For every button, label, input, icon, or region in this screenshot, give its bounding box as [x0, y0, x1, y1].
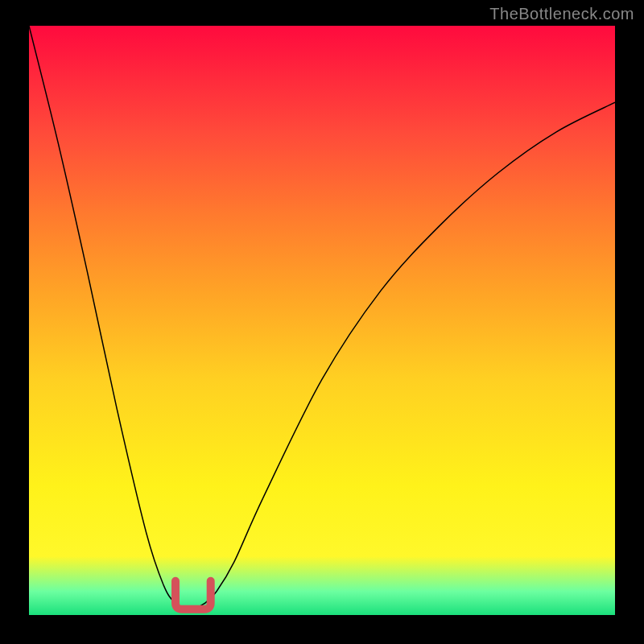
watermark-text: TheBottleneck.com [489, 5, 634, 23]
bottleneck-curve [29, 26, 615, 610]
plot-area [29, 26, 615, 615]
curve-svg [29, 26, 615, 615]
chart-frame: TheBottleneck.com [0, 0, 644, 644]
minimum-marker [175, 581, 211, 609]
